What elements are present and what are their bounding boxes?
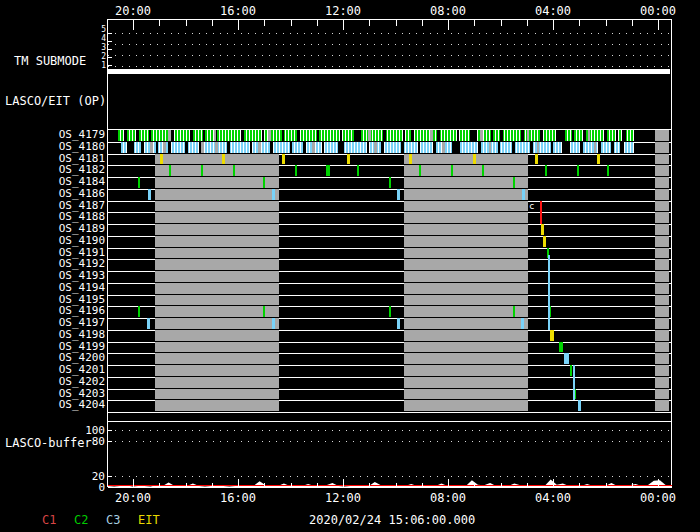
barcode-gap (437, 130, 440, 141)
bottom-axis-tick (579, 483, 580, 487)
bottom-axis-tick-label: 00:00 (640, 491, 676, 505)
barcode-gap (403, 130, 405, 141)
gray-band (655, 130, 669, 141)
barcode-gray-mark (489, 142, 491, 153)
event-tick-cyan (521, 318, 524, 329)
legend-item-c3: C3 (106, 513, 120, 527)
barcode-gap (241, 130, 244, 141)
barcode-gap (500, 130, 503, 141)
barcode-gray-mark (258, 142, 261, 153)
gray-band (655, 353, 669, 364)
barcode-gap (317, 130, 319, 141)
barcode-gap (340, 130, 342, 141)
event-tick-green (138, 177, 140, 188)
event-tick-green (295, 165, 297, 176)
bottom-axis-tick (396, 483, 397, 487)
top-axis-tick (159, 20, 160, 26)
gray-band (155, 177, 279, 188)
top-axis-tick-label: 08:00 (430, 4, 466, 18)
bottom-axis-tick (553, 479, 554, 487)
gray-band (155, 295, 279, 305)
barcode-gap (452, 142, 460, 153)
barcode-gap (303, 142, 306, 153)
gray-band (155, 212, 279, 223)
barcode-gap (457, 130, 459, 141)
barcode-gap (583, 130, 586, 141)
barcode-gap (290, 142, 292, 153)
gray-band (155, 259, 279, 270)
gray-band (155, 377, 279, 388)
row-separator (108, 412, 672, 413)
gray-band (404, 389, 528, 399)
gray-band (404, 377, 528, 388)
top-axis-tick (579, 20, 580, 26)
gray-band (155, 353, 279, 364)
event-tick-cyan (147, 318, 150, 329)
tm-ytick-label: 2 (96, 52, 106, 61)
gray-band (655, 330, 669, 341)
top-axis-tick (474, 20, 475, 26)
row-label: OS_4204 (20, 399, 105, 411)
gray-band (655, 377, 669, 388)
cascade-line-cyan (548, 255, 550, 330)
top-axis-tick (133, 20, 134, 30)
legend-item-c1: C1 (42, 513, 56, 527)
barcode-gray-mark (163, 142, 166, 153)
top-axis-tick (264, 20, 265, 26)
gray-band (155, 236, 279, 247)
annotation-char: c (529, 201, 534, 211)
barcode-gap (297, 130, 300, 141)
bottom-axis-tick (422, 483, 423, 487)
barcode-gap (562, 142, 570, 153)
gray-band (155, 224, 279, 235)
event-tick-yellow (550, 330, 554, 341)
tm-ytick (108, 33, 112, 34)
barcode-gap (171, 130, 174, 141)
barcode-gap (383, 130, 386, 141)
top-axis-tick (658, 20, 659, 30)
gray-band (404, 201, 528, 211)
event-tick-cyan (564, 353, 569, 364)
barcode-gap (604, 130, 607, 141)
barcode-gray-mark (588, 130, 590, 141)
event-tick-yellow (160, 154, 163, 164)
legend: C1C2C3EIT (0, 513, 300, 531)
top-axis-tick (632, 20, 633, 26)
event-tick-yellow (409, 154, 412, 164)
barcode-gap (203, 130, 205, 141)
tm-ytick (108, 41, 112, 42)
tm-ytick-label: 5 (96, 25, 106, 34)
event-tick-green (233, 165, 235, 176)
gray-band (404, 342, 528, 352)
barcode-gap (616, 130, 618, 141)
top-axis-tick (396, 20, 397, 26)
tm-gridline (108, 55, 672, 56)
cascade-line-cyan (573, 365, 575, 400)
top-axis-tick-label: 04:00 (535, 4, 571, 18)
event-tick-green (482, 165, 484, 176)
barcode-gap (262, 130, 264, 141)
gray-band (155, 306, 279, 317)
barcode-gap (478, 142, 481, 153)
event-tick-green (513, 306, 515, 317)
gray-band (155, 201, 279, 211)
gray-band (155, 330, 279, 341)
barcode-gray-mark (268, 130, 271, 141)
plot-left-border (107, 19, 108, 487)
gray-band (404, 224, 528, 235)
gray-band (655, 165, 669, 176)
barcode-gray-mark (442, 142, 445, 153)
event-tick-green (545, 165, 547, 176)
event-tick-cyan (522, 189, 525, 200)
gray-band (155, 189, 279, 200)
buffer-signal (108, 421, 672, 487)
bottom-axis-tick (186, 483, 187, 487)
gray-band (655, 189, 669, 200)
legend-item-c2: C2 (74, 513, 88, 527)
buffer-bottom-border (108, 487, 672, 488)
event-tick-cyan (272, 189, 275, 200)
event-tick-green (263, 306, 265, 317)
gray-band (655, 224, 669, 235)
gray-band (655, 283, 669, 294)
tm-ytick-label: 1 (96, 61, 106, 70)
